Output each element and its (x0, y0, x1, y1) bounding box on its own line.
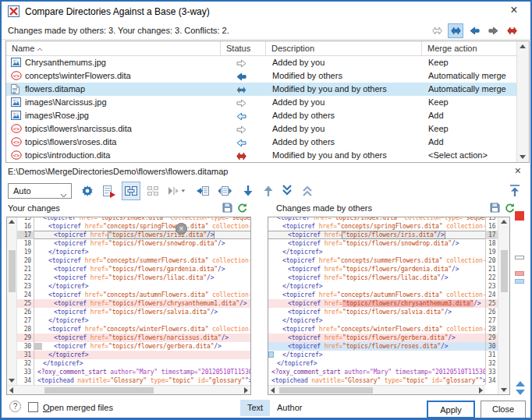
diff-overview-ruler[interactable] (514, 210, 525, 391)
next-conflict-icon[interactable] (278, 182, 296, 200)
dismiss-change-icon[interactable]: × (176, 223, 187, 235)
table-scrollbar[interactable] (516, 41, 529, 162)
column-header-name[interactable]: Name (6, 41, 221, 56)
ruler-mark-conflict[interactable] (515, 211, 524, 221)
change-description: Modified by others (266, 69, 422, 83)
code-line: <topichead navtitle="Glossary" type="top… (268, 376, 498, 385)
word-level-diff-icon[interactable] (144, 182, 162, 200)
right-horizontal-scrollbar[interactable] (268, 385, 485, 394)
code-line: <?oxy_comment_start author="Mary" timest… (268, 368, 498, 376)
column-header-description[interactable]: Description (266, 41, 422, 56)
line-number: 20 (485, 256, 498, 265)
change-description: Added by you (266, 56, 422, 69)
line-number: 21 (485, 265, 498, 274)
settings-gear-icon[interactable] (78, 182, 97, 200)
tab-author-mode[interactable]: Author (270, 400, 309, 416)
line-number: 29 (17, 334, 34, 342)
arrow-left-blue-icon[interactable] (466, 23, 482, 38)
window-close-icon[interactable]: × (505, 3, 523, 17)
line-number: 32 (485, 359, 498, 368)
line-number: 30 (485, 342, 498, 351)
line-number: 34 (17, 376, 34, 385)
merge-action-select[interactable]: Add (422, 109, 516, 122)
line-number: 33 (17, 368, 34, 376)
double-arrow-red-icon[interactable] (504, 23, 520, 38)
previous-conflict-icon[interactable] (298, 182, 317, 200)
left-panel-title: Your changes (8, 203, 60, 217)
merge-action-select[interactable]: Keep (422, 122, 516, 136)
apply-button[interactable]: Apply (427, 401, 475, 418)
change-description: Added by others (266, 109, 422, 122)
line-number: 20 (17, 256, 34, 265)
table-row[interactable]: images\Rose.jpgAdded by othersAdd (6, 109, 516, 122)
save-right-icon[interactable] (490, 203, 502, 215)
line-number: 18 (17, 239, 34, 248)
tab-text-mode[interactable]: Text (240, 400, 270, 416)
save-left-icon[interactable] (222, 203, 235, 215)
table-row[interactable]: Chrysanthemums.jpgAdded by youKeep (6, 56, 516, 69)
merge-action-select[interactable]: Keep (422, 56, 516, 69)
line-number: 17 (17, 231, 34, 239)
status-dbl-mixed-icon (217, 83, 266, 96)
first-difference-icon[interactable] (505, 182, 524, 200)
your-changes-editor[interactable]: 15<topicref href="topics/index.dita" col… (6, 217, 251, 395)
refresh-left-icon[interactable] (236, 203, 249, 215)
previous-difference-icon[interactable] (259, 182, 278, 200)
synchronized-scrolling-icon[interactable] (122, 182, 140, 200)
copy-change-left-icon[interactable] (193, 182, 212, 200)
window-title: Compare Directories Against a Base (3-wa… (25, 6, 210, 17)
others-changes-editor[interactable]: <topicref href="topics/index.dita" colle… (268, 217, 510, 395)
code-line: </topicref>23 (268, 282, 498, 291)
ruler-mark-neutral[interactable] (515, 256, 524, 259)
merge-action-select[interactable]: Automatically merge (422, 83, 516, 96)
ruler-mark-delete[interactable] (515, 271, 524, 276)
file-name: images\Narcissus.jpg (6, 96, 217, 109)
diff-navigation-toolbar (429, 23, 520, 38)
table-row[interactable]: <>concepts\winterFlowers.ditaModified by… (6, 69, 516, 83)
panel-close-icon[interactable]: × (515, 164, 521, 177)
scroll-down-mini-icon[interactable] (516, 390, 525, 395)
next-block-dropdown-icon[interactable] (165, 182, 189, 200)
line-number: 27 (485, 316, 498, 325)
open-merged-files-label[interactable]: Open merged files (43, 403, 113, 412)
column-header-merge-action[interactable]: Merge action (422, 41, 516, 56)
line-number: 24 (485, 291, 498, 299)
code-line: <topicref href="topics/flowers/gardenia.… (268, 265, 498, 274)
table-row[interactable]: images\Narcissus.jpgAdded by youKeep (6, 96, 516, 109)
left-vertical-scrollbar[interactable] (7, 217, 17, 385)
table-row[interactable]: flowers.ditamapModified by you and by ot… (6, 83, 516, 96)
table-row[interactable]: <>topics\introduction.ditaModified by yo… (6, 149, 516, 162)
double-arrow-outline-icon[interactable] (429, 23, 445, 38)
code-line: <topicref href="topics/flowers/roses.dit… (268, 342, 498, 351)
close-button[interactable]: Close (481, 401, 526, 418)
left-horizontal-scrollbar[interactable] (7, 385, 250, 394)
column-header-status[interactable]: Status (221, 41, 266, 56)
arrow-right-gray-icon[interactable] (485, 23, 501, 38)
help-icon[interactable]: ? (9, 401, 21, 412)
image-file-icon (11, 97, 21, 109)
code-line: 20<topicref href="concepts/summerFlowers… (17, 256, 250, 265)
line-number: 16 (17, 222, 34, 231)
line-number: 16 (485, 222, 498, 231)
merge-action-select[interactable]: <Select action> (422, 149, 516, 162)
dita-file-icon: <> (11, 150, 22, 162)
right-vertical-scrollbar[interactable] (498, 217, 509, 394)
dita-file-icon: <> (11, 137, 22, 149)
table-row[interactable]: <>topics\flowers\roses.ditaAdded by othe… (6, 136, 516, 149)
merge-action-select[interactable]: Add (422, 136, 516, 149)
line-number: 27 (17, 316, 34, 325)
next-difference-icon[interactable] (239, 182, 257, 200)
perform-diff-icon[interactable] (100, 182, 119, 200)
merge-action-select[interactable]: Automatically merge (422, 69, 516, 83)
table-row[interactable]: <>topics\flowers\narcissus.ditaAdded by … (6, 122, 516, 136)
line-number: 18 (485, 239, 498, 248)
ruler-mark-add[interactable] (515, 279, 524, 284)
merge-action-select[interactable]: Keep (422, 96, 516, 109)
copy-all-changes-icon[interactable] (215, 182, 234, 200)
scroll-up-mini-icon[interactable] (516, 381, 525, 386)
algorithm-select[interactable]: Auto (8, 183, 72, 199)
open-merged-files-checkbox[interactable] (28, 402, 38, 412)
change-description: Added by others (266, 136, 422, 149)
code-line: </topicref>19 (268, 248, 498, 256)
double-arrow-blue-icon[interactable] (448, 23, 463, 38)
